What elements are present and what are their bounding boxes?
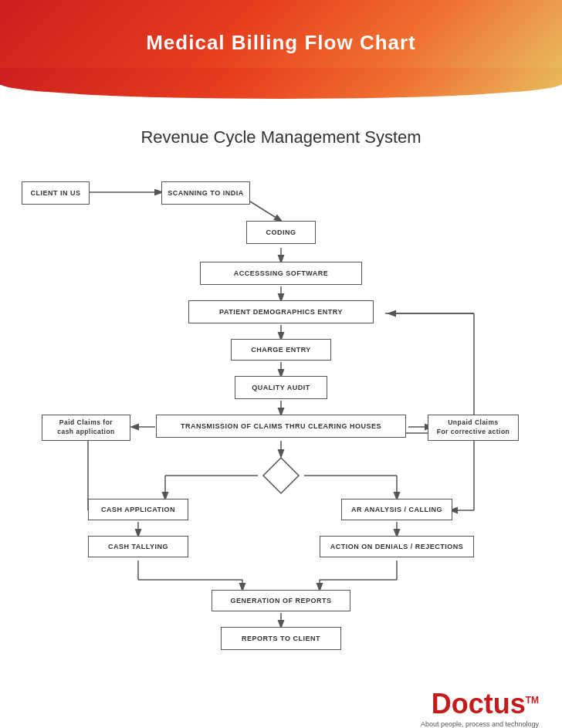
header: Medical Billing Flow Chart <box>0 0 562 85</box>
transmission-box: TRANSMISSION OF CLAIMS THRU CLEARING HOU… <box>156 415 406 438</box>
gen-reports-box: GENERATION OF REPORTS <box>212 590 350 611</box>
scanning-box: SCANNING TO INDIA <box>161 181 250 205</box>
ar-analysis-box: AR ANALYSIS / CALLING <box>341 499 452 520</box>
reports-client-box: REPORTS TO CLIENT <box>221 627 341 650</box>
charge-box: CHARGE ENTRY <box>231 339 331 361</box>
footer: DoctusTM About people, process and techn… <box>0 680 562 728</box>
page-title: Medical Billing Flow Chart <box>146 31 416 55</box>
action-deny-box: ACTION ON DENIALS / REJECTIONS <box>320 536 474 557</box>
svg-marker-31 <box>263 458 299 493</box>
patient-box: PATIENT DEMOGRAPHICS ENTRY <box>188 300 374 323</box>
logo-name: DoctusTM <box>432 688 539 720</box>
logo: DoctusTM About people, process and techn… <box>421 688 539 728</box>
cash-app-box: CASH APPLICATION <box>88 499 188 520</box>
quality-box: QUALITY AUDIT <box>235 376 327 399</box>
unpaid-claims-box: Unpaid Claims For corrective action <box>428 415 519 441</box>
coding-box: CODING <box>246 221 316 244</box>
svg-line-1 <box>250 201 281 221</box>
diamond-shape <box>262 456 300 495</box>
cash-tally-box: CASH TALLYING <box>88 536 188 557</box>
paid-claims-box: Paid Claims for cash application <box>42 415 130 441</box>
flowchart: CLIENT IN US SCANNING TO INDIA CODING AC… <box>11 171 551 665</box>
subtitle: Revenue Cycle Management System <box>140 127 421 147</box>
accessing-box: ACCESSSING SOFTWARE <box>200 262 362 285</box>
logo-tagline: About people, process and technology <box>421 720 539 728</box>
client-in-us-box: CLIENT IN US <box>22 181 90 205</box>
subtitle-section: Revenue Cycle Management System <box>0 120 562 163</box>
